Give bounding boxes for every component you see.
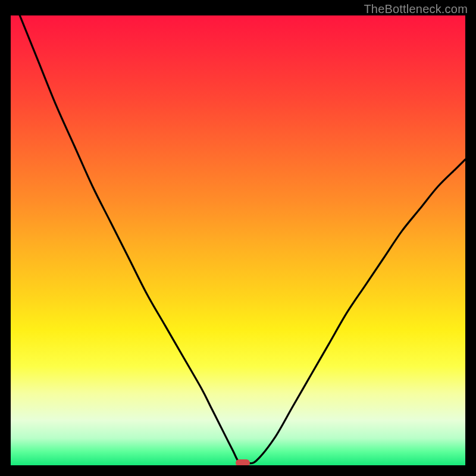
plot-area [11, 15, 465, 465]
watermark-text: TheBottleneck.com [364, 2, 468, 16]
chart-frame: TheBottleneck.com [0, 0, 476, 476]
curve-path [20, 15, 465, 464]
bottleneck-curve [11, 15, 465, 465]
optimal-point-marker [236, 459, 250, 465]
